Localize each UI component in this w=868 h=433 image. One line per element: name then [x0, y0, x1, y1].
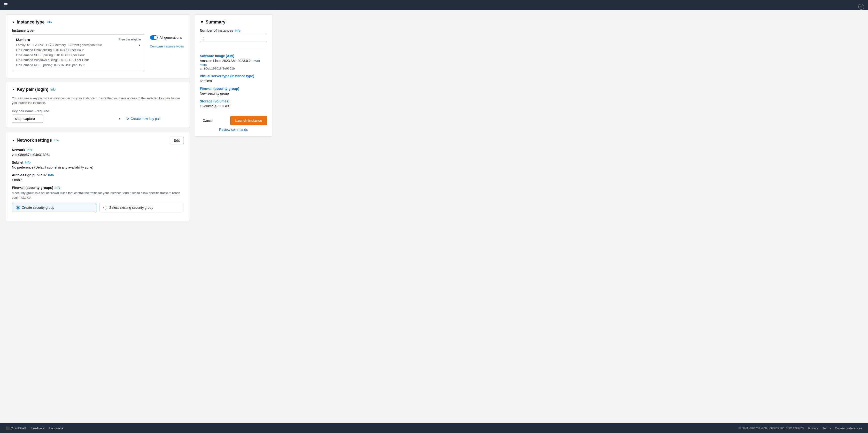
cloudshell-icon: ⬛ — [6, 427, 10, 430]
network-settings-header: ▼ Network settings Info Edit — [12, 137, 184, 144]
summary-card: ▼ Summary Number of instances Info Softw… — [195, 14, 272, 136]
main-layout: ▼ Instance type Info Instance type t2.mi… — [0, 10, 868, 423]
instance-meta: Family: t2 1 vCPU 1 GiB Memory Current g… — [16, 42, 115, 48]
generations-toggle: All generations — [150, 35, 182, 40]
key-pair-title: Key pair (login) — [17, 87, 49, 92]
instance-type-info: t2.micro Family: t2 1 vCPU 1 GiB Memory … — [16, 37, 115, 68]
instance-type-collapse-arrow[interactable]: ▼ — [12, 21, 15, 24]
network-settings-section: ▼ Network settings Info Edit Network Inf… — [6, 132, 190, 221]
summary-instance-type-field: Virtual server type (instance type) t2.m… — [200, 74, 267, 83]
network-label: Network Info — [12, 148, 184, 152]
summary-divider — [200, 50, 267, 50]
help-icon[interactable]: ? — [858, 4, 864, 10]
top-bar: ☰ — [0, 0, 868, 10]
cloudshell-link[interactable]: ⬛ CloudShell — [6, 427, 26, 430]
summary-ami-field: Software Image (AMI) Amazon Linux 2023 A… — [200, 54, 267, 70]
all-generations-toggle[interactable] — [150, 35, 158, 40]
create-security-group-option[interactable]: Create security group — [12, 203, 96, 212]
network-field-info-link[interactable]: Info — [27, 148, 32, 152]
summary-storage-value: 1 volume(s) - 8 GiB — [200, 104, 267, 108]
summary-instances-info-link[interactable]: Info — [235, 29, 241, 32]
auto-assign-label: Auto-assign public IP Info — [12, 173, 184, 177]
instance-type-section: ▼ Instance type Info Instance type t2.mi… — [6, 14, 190, 78]
summary-ami-value: Amazon Linux 2023 AMI 2023.0.2...read mo… — [200, 59, 267, 70]
instance-type-controls: All generations Compare instance types — [150, 34, 184, 48]
key-pair-collapse-arrow[interactable]: ▼ — [12, 88, 15, 91]
instance-type-box[interactable]: t2.micro Family: t2 1 vCPU 1 GiB Memory … — [12, 34, 145, 71]
terms-link[interactable]: Terms — [823, 427, 831, 430]
summary-instances-field: Number of instances Info — [200, 29, 267, 46]
key-pair-select-wrapper: shop-capture — [12, 115, 123, 123]
all-generations-label: All generations — [160, 36, 182, 39]
footer-copyright: © 2023, Amazon Web Services, Inc. or its… — [738, 427, 804, 430]
network-edit-button[interactable]: Edit — [170, 137, 184, 144]
subnet-field: Subnet Info No preference (Default subne… — [12, 160, 184, 169]
instance-name: t2.micro — [16, 37, 115, 42]
network-field: Network Info vpc-08ee67bb04e31396a — [12, 148, 184, 157]
cancel-button[interactable]: Cancel — [200, 117, 216, 124]
key-pair-header: ▼ Key pair (login) Info — [12, 87, 184, 92]
launch-instance-button[interactable]: Launch instance — [230, 116, 267, 125]
footer-right: © 2023, Amazon Web Services, Inc. or its… — [738, 427, 862, 430]
summary-title: ▼ Summary — [200, 20, 267, 25]
summary-instances-label: Number of instances Info — [200, 29, 267, 32]
left-panel: ▼ Instance type Info Instance type t2.mi… — [6, 14, 190, 419]
instance-type-field-label: Instance type — [12, 29, 184, 32]
key-pair-info-link[interactable]: Info — [51, 88, 56, 91]
footer-left: ⬛ CloudShell Feedback Language — [6, 427, 63, 430]
create-security-group-label: Create security group — [22, 206, 54, 210]
summary-storage-field: Storage (volumes) 1 volume(s) - 8 GiB — [200, 99, 267, 108]
feedback-link[interactable]: Feedback — [31, 427, 44, 430]
auto-assign-info-link[interactable]: Info — [48, 173, 54, 177]
create-security-group-radio[interactable] — [16, 206, 20, 210]
instance-dropdown-arrow[interactable]: ▼ — [138, 43, 141, 47]
summary-instance-type-value: t2.micro — [200, 79, 267, 83]
subnet-info-link[interactable]: Info — [25, 160, 31, 164]
firewall-label: Firewall (security groups) Info — [12, 186, 184, 190]
firewall-info-link[interactable]: Info — [55, 186, 60, 189]
instance-type-header: ▼ Instance type Info — [12, 20, 184, 25]
firewall-description: A security group is a set of firewall ru… — [12, 191, 184, 200]
summary-firewall-value: New security group — [200, 92, 267, 95]
key-pair-select[interactable]: shop-capture — [12, 115, 43, 123]
network-title-group: ▼ Network settings Info — [12, 138, 59, 143]
summary-ami-label[interactable]: Software Image (AMI) — [200, 54, 267, 58]
key-pair-select-row: shop-capture ↻ Create new key pair — [12, 115, 184, 123]
instances-input[interactable] — [200, 34, 267, 42]
footer: ⬛ CloudShell Feedback Language © 2023, A… — [0, 423, 868, 433]
select-existing-security-group-option[interactable]: Select existing security group — [99, 203, 184, 212]
cookie-preferences-link[interactable]: Cookie preferences — [835, 427, 862, 430]
network-value: vpc-08ee67bb04e31396a — [12, 153, 184, 157]
select-existing-radio[interactable] — [103, 206, 107, 210]
auto-assign-value: Enable — [12, 178, 184, 182]
summary-instance-type-label[interactable]: Virtual server type (instance type) — [200, 74, 267, 78]
instance-type-info-link[interactable]: Info — [46, 20, 52, 24]
action-buttons-row: Cancel Launch instance — [200, 116, 267, 125]
privacy-link[interactable]: Privacy — [808, 427, 818, 430]
summary-firewall-field: Firewall (security group) New security g… — [200, 87, 267, 95]
language-link[interactable]: Language — [50, 427, 63, 430]
select-existing-label: Select existing security group — [109, 206, 153, 210]
summary-firewall-label[interactable]: Firewall (security group) — [200, 87, 267, 91]
free-tier-badge: Free tier eligible — [118, 37, 141, 41]
subnet-label: Subnet Info — [12, 160, 184, 164]
instance-pricing: On-Demand Linux pricing: 0.0116 USD per … — [16, 48, 115, 68]
compare-instance-types-link[interactable]: Compare instance types — [150, 44, 184, 48]
create-new-key-pair-link[interactable]: ↻ Create new key pair — [126, 117, 161, 121]
subnet-value: No preference (Default subnet in any ava… — [12, 165, 184, 169]
auto-assign-field: Auto-assign public IP Info Enable — [12, 173, 184, 182]
network-title: Network settings — [17, 138, 52, 143]
menu-icon[interactable]: ☰ — [4, 2, 8, 7]
summary-actions: Cancel Launch instance Review commands — [200, 116, 267, 131]
network-collapse-arrow[interactable]: ▼ — [12, 139, 15, 142]
ami-id: ami-0ab193018f3e9351b — [200, 67, 267, 70]
key-pair-field-label: Key pair name - required — [12, 109, 184, 113]
key-pair-section: ▼ Key pair (login) Info You can use a ke… — [6, 82, 190, 128]
summary-divider-2 — [200, 112, 267, 112]
summary-storage-label[interactable]: Storage (volumes) — [200, 99, 267, 103]
instance-type-title: Instance type — [17, 20, 44, 25]
review-commands-link[interactable]: Review commands — [219, 128, 248, 131]
firewall-field: Firewall (security groups) Info A securi… — [12, 186, 184, 212]
network-info-link[interactable]: Info — [54, 138, 59, 142]
right-panel: ▼ Summary Number of instances Info Softw… — [195, 14, 272, 419]
